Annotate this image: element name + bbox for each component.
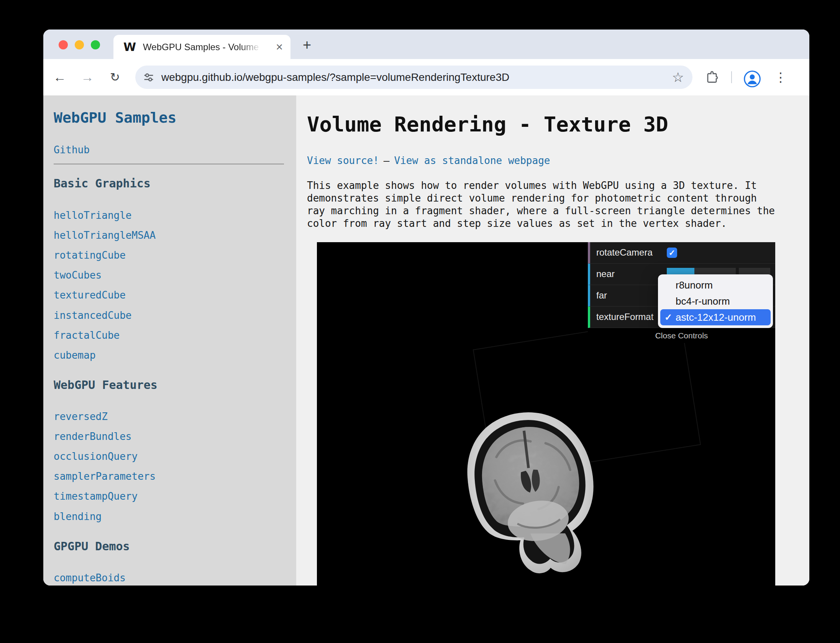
sidebar-item-renderBundles[interactable]: renderBundles (54, 431, 132, 442)
browser-menu-icon[interactable]: ⋮ (771, 68, 790, 86)
reload-button[interactable]: ↻ (106, 68, 124, 86)
brain-mri-render (431, 383, 635, 586)
zoom-window-button[interactable] (91, 40, 100, 49)
dropdown-option-label: astc-12x12-unorm (676, 312, 756, 323)
tab-title: WebGPU Samples - Volume R (143, 42, 261, 52)
site-title: WebGPU Samples (54, 109, 176, 126)
sidebar-item-blending[interactable]: blending (54, 511, 102, 522)
description-line: This example shows how to render volumes… (307, 179, 775, 192)
sidebar-item-computeBoids[interactable]: computeBoids (54, 572, 126, 584)
bookmark-star-icon[interactable]: ☆ (672, 71, 684, 84)
sidebar-item-helloTriangle[interactable]: helloTriangle (54, 210, 132, 221)
link-separator: — (384, 155, 390, 166)
checkbox-check-icon: ✓ (669, 248, 676, 258)
sidebar-item-cubemap[interactable]: cubemap (54, 349, 96, 361)
sidebar-item-twoCubes[interactable]: twoCubes (54, 269, 102, 281)
dropdown-option-bc4-r-unorm[interactable]: bc4-r-unorm (660, 293, 771, 309)
webgpu-canvas[interactable]: rotateCamera ✓ near far textureFor (317, 242, 775, 586)
sidebar-item-rotatingCube[interactable]: rotatingCube (54, 249, 126, 261)
tab-strip: W WebGPU Samples - Volume R × + (43, 30, 809, 59)
sample-description: This example shows how to render volumes… (307, 179, 775, 230)
description-line: color from ray start and step size value… (307, 217, 775, 230)
webgpu-favicon-icon: W (123, 40, 136, 54)
profile-avatar-icon[interactable] (743, 70, 761, 88)
samples-sidebar: WebGPU Samples Github Basic Graphics hel… (43, 95, 296, 586)
sidebar-item-timestampQuery[interactable]: timestampQuery (54, 490, 138, 502)
sample-links: View source!—View as standalone webpage (307, 155, 550, 166)
url-text[interactable]: webgpu.github.io/webgpu-samples/?sample=… (161, 71, 509, 84)
new-tab-button[interactable]: + (298, 36, 316, 54)
gui-row-rotateCamera: rotateCamera ✓ (588, 242, 775, 264)
minimize-window-button[interactable] (75, 40, 84, 49)
view-source-link[interactable]: View source! (307, 155, 379, 166)
extensions-icon[interactable] (705, 70, 719, 84)
sidebar-item-instancedCube[interactable]: instancedCube (54, 310, 132, 321)
forward-button[interactable]: → (78, 68, 97, 86)
section-gpgpu-demos: GPGPU Demos (54, 540, 130, 553)
far-label: far (596, 285, 607, 306)
browser-window: W WebGPU Samples - Volume R × + ← → ↻ we… (43, 30, 809, 586)
selected-check-icon: ✓ (664, 309, 672, 325)
sidebar-divider (54, 164, 284, 164)
back-button[interactable]: ← (51, 68, 69, 86)
sidebar-item-texturedCube[interactable]: texturedCube (54, 289, 126, 301)
near-label: near (596, 264, 615, 284)
rotateCamera-label: rotateCamera (596, 242, 653, 263)
browser-toolbar: ← → ↻ webgpu.github.io/webgpu-samples/?s… (43, 59, 809, 95)
dropdown-option-r8unorm[interactable]: r8unorm (660, 277, 771, 293)
close-window-button[interactable] (59, 40, 68, 49)
rotateCamera-checkbox[interactable]: ✓ (667, 248, 677, 258)
description-line: demonstrates simple direct volume render… (307, 192, 775, 205)
sidebar-item-occlusionQuery[interactable]: occlusionQuery (54, 451, 138, 462)
description-line: ray marching in a fragment shader, where… (307, 205, 775, 217)
dropdown-option-astc-12x12-unorm[interactable]: ✓ astc-12x12-unorm (660, 309, 771, 325)
textureFormat-dropdown: r8unorm bc4-r-unorm ✓ astc-12x12-unorm (658, 274, 773, 328)
section-basic-graphics: Basic Graphics (54, 177, 151, 190)
sidebar-item-fractalCube[interactable]: fractalCube (54, 330, 120, 341)
sidebar-item-reversedZ[interactable]: reversedZ (54, 411, 108, 422)
close-tab-icon[interactable]: × (276, 41, 283, 53)
browser-tab[interactable]: W WebGPU Samples - Volume R × (113, 35, 290, 59)
page-content: WebGPU Samples Github Basic Graphics hel… (43, 95, 809, 586)
page-title: Volume Rendering - Texture 3D (307, 112, 668, 136)
site-settings-icon[interactable] (142, 71, 155, 84)
section-webgpu-features: WebGPU Features (54, 378, 158, 392)
standalone-link[interactable]: View as standalone webpage (394, 155, 550, 166)
sample-main: Volume Rendering - Texture 3D View sourc… (296, 95, 809, 586)
github-link[interactable]: Github (54, 144, 90, 156)
close-controls-button[interactable]: Close Controls (588, 328, 775, 343)
toolbar-separator (731, 71, 732, 83)
sidebar-item-helloTriangleMSAA[interactable]: helloTriangleMSAA (54, 230, 156, 241)
textureFormat-label: textureFormat (596, 307, 653, 327)
address-bar[interactable]: webgpu.github.io/webgpu-samples/?sample=… (135, 66, 692, 89)
sidebar-item-samplerParameters[interactable]: samplerParameters (54, 471, 156, 482)
